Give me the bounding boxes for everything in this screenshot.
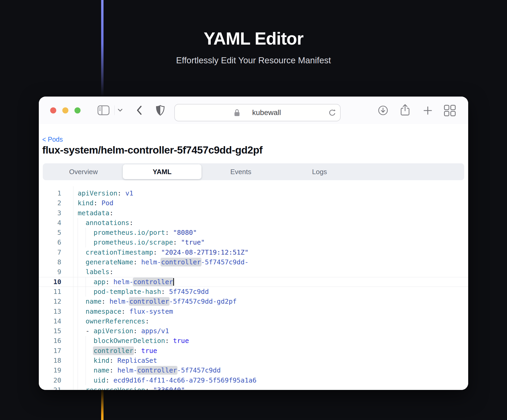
address-url-text: kubewall: [252, 108, 281, 117]
line-code: app: helm-controller: [73, 277, 174, 287]
chevron-down-icon: [118, 108, 123, 112]
sidebar-toggle-button[interactable]: [97, 105, 110, 115]
sidebar-menu-chevron[interactable]: [118, 108, 123, 112]
line-code: name: helm-controller-5f7457c9dd-gd2pf: [73, 297, 237, 306]
line-number: 9: [39, 267, 73, 277]
indent-guide: [86, 336, 86, 385]
share-button[interactable]: [400, 104, 410, 116]
close-window-button[interactable]: [50, 107, 56, 113]
address-bar[interactable]: kubewall: [174, 104, 341, 121]
editor-line[interactable]: 6 prometheus.io/scrape: "true": [39, 237, 468, 247]
line-number: 8: [39, 257, 73, 267]
line-number: 20: [39, 375, 73, 385]
downloads-button[interactable]: [378, 105, 388, 116]
editor-line[interactable]: 18 kind: ReplicaSet: [39, 356, 468, 365]
line-code: prometheus.io/port: "8080": [73, 228, 197, 237]
editor-line[interactable]: 8 generateName: helm-controller-5f7457c9…: [39, 257, 468, 267]
tab-logs[interactable]: Logs: [280, 164, 359, 179]
back-button[interactable]: [136, 106, 142, 115]
editor-line[interactable]: 12 name: helm-controller-5f7457c9dd-gd2p…: [39, 297, 468, 306]
refresh-button[interactable]: [328, 109, 336, 117]
line-number: 17: [39, 346, 73, 356]
editor-line[interactable]: 21 resourceVersion: "336040": [39, 385, 468, 390]
refresh-icon: [328, 109, 336, 117]
line-number: 14: [39, 316, 73, 326]
editor-line[interactable]: 3metadata:: [39, 208, 468, 218]
page-background: YAML Editor Effortlessly Edit Your Resou…: [0, 0, 507, 420]
editor-line[interactable]: 17 controller: true: [39, 346, 468, 356]
browser-window: kubewall: [39, 97, 468, 390]
back-icon: [136, 106, 142, 115]
download-icon: [378, 105, 388, 116]
plus-icon: [423, 106, 433, 115]
yaml-editor[interactable]: 1apiVersion: v12kind: Pod3metadata:4 ann…: [39, 186, 468, 390]
line-number: 12: [39, 297, 73, 306]
line-number: 7: [39, 247, 73, 257]
line-code: blockOwnerDeletion: true: [73, 336, 189, 346]
new-tab-button[interactable]: [423, 106, 433, 115]
editor-line[interactable]: 19 name: helm-controller-5f7457c9dd: [39, 365, 468, 375]
line-number: 16: [39, 336, 73, 346]
editor-line[interactable]: 20 uid: ecd9d16f-4f11-4c66-a729-5f569f95…: [39, 375, 468, 385]
line-number: 2: [39, 198, 73, 208]
line-code: resourceVersion: "336040": [73, 385, 185, 390]
line-number: 11: [39, 287, 73, 297]
line-number: 21: [39, 385, 73, 390]
breadcrumb-label: Pods: [48, 136, 63, 143]
page-title: YAML Editor: [0, 28, 507, 49]
editor-line[interactable]: 14 ownerReferences:: [39, 316, 468, 326]
shield-icon: [156, 105, 165, 116]
indent-guide: [86, 228, 86, 247]
toolbar-divider: [114, 106, 115, 115]
privacy-report-button[interactable]: [156, 105, 165, 116]
editor-line[interactable]: 16 blockOwnerDeletion: true: [39, 336, 468, 346]
share-icon: [400, 104, 410, 116]
editor-line[interactable]: 10 app: helm-controller: [39, 277, 468, 287]
minimize-window-button[interactable]: [62, 107, 68, 113]
decorative-beam-bottom: [101, 389, 104, 420]
line-number: 10: [39, 277, 73, 287]
tab-overview-icon: [444, 105, 456, 116]
text-cursor: [173, 278, 174, 286]
line-number: 13: [39, 307, 73, 316]
tab-overview-button[interactable]: [444, 105, 456, 116]
editor-lines: 1apiVersion: v12kind: Pod3metadata:4 ann…: [39, 188, 468, 390]
line-number: 15: [39, 326, 73, 336]
zoom-window-button[interactable]: [74, 107, 81, 113]
editor-line[interactable]: 1apiVersion: v1: [39, 188, 468, 198]
editor-line[interactable]: 5 prometheus.io/port: "8080": [39, 228, 468, 237]
editor-line[interactable]: 7 creationTimestamp: "2024-08-27T19:12:5…: [39, 247, 468, 257]
line-number: 18: [39, 356, 73, 365]
editor-line[interactable]: 13 namespace: flux-system: [39, 307, 468, 316]
line-code: labels:: [73, 267, 113, 277]
pod-title: flux-system/helm-controller-5f7457c9dd-g…: [42, 144, 262, 156]
line-code: name: helm-controller-5f7457c9dd: [73, 365, 221, 375]
breadcrumb-back-icon: <: [42, 135, 46, 144]
line-code: namespace: flux-system: [73, 307, 173, 316]
line-number: 4: [39, 218, 73, 228]
editor-line[interactable]: 4 annotations:: [39, 218, 468, 228]
line-number: 5: [39, 228, 73, 237]
tab-events[interactable]: Events: [201, 164, 280, 179]
line-number: 3: [39, 208, 73, 218]
browser-toolbar: kubewall: [39, 97, 468, 124]
editor-line[interactable]: 15 - apiVersion: apps/v1: [39, 326, 468, 336]
line-code: pod-template-hash: 5f7457c9dd: [73, 287, 209, 297]
indent-guide: [78, 218, 78, 390]
indent-guide: [86, 277, 86, 297]
breadcrumb[interactable]: < Pods: [42, 136, 63, 143]
line-code: uid: ecd9d16f-4f11-4c66-a729-5f569f95a1a…: [73, 375, 256, 385]
tab-yaml[interactable]: YAML: [123, 164, 201, 179]
line-number: 19: [39, 365, 73, 375]
tab-strip: OverviewYAMLEventsLogs: [43, 163, 464, 180]
editor-line[interactable]: 9 labels:: [39, 267, 468, 277]
tab-overview[interactable]: Overview: [44, 164, 123, 179]
sidebar-icon: [97, 105, 110, 115]
line-code: metadata:: [73, 208, 113, 218]
line-number: 6: [39, 237, 73, 247]
editor-line[interactable]: 11 pod-template-hash: 5f7457c9dd: [39, 287, 468, 297]
hero-section: YAML Editor Effortlessly Edit Your Resou…: [0, 0, 507, 65]
line-code: apiVersion: v1: [73, 188, 133, 198]
editor-line[interactable]: 2kind: Pod: [39, 198, 468, 208]
page-subtitle: Effortlessly Edit Your Resource Manifest: [0, 55, 507, 65]
